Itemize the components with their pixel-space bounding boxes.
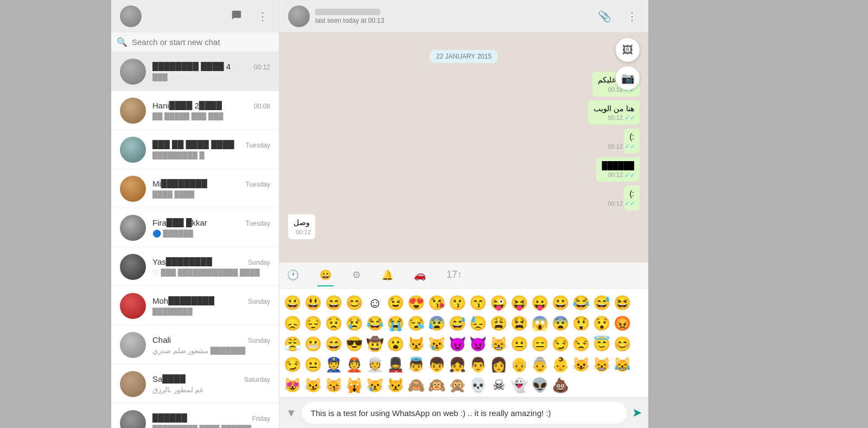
- emoji-button[interactable]: 😀: [551, 293, 570, 312]
- new-chat-button[interactable]: [229, 8, 244, 25]
- emoji-button[interactable]: 👩: [489, 355, 508, 374]
- emoji-button[interactable]: 😡: [612, 314, 632, 333]
- emoji-button[interactable]: 😅: [448, 314, 467, 333]
- emoji-button[interactable]: 😂: [571, 293, 591, 312]
- emoji-button[interactable]: 💂: [386, 355, 405, 374]
- emoji-button[interactable]: 🙈: [406, 375, 426, 395]
- emoji-button[interactable]: 😾: [406, 334, 426, 354]
- emoji-button[interactable]: 👻: [509, 375, 529, 395]
- message-input[interactable]: [302, 402, 627, 424]
- number-tab[interactable]: 17↑: [444, 265, 464, 286]
- emoji-button[interactable]: 😔: [303, 314, 323, 333]
- emoji-button[interactable]: 😹: [612, 355, 632, 374]
- emoji-button[interactable]: 😙: [468, 293, 488, 312]
- chat-list-item[interactable]: Fira███ █kkar Tuesday 🔵 ██████: [111, 208, 279, 247]
- emoji-button[interactable]: 🙉: [427, 375, 446, 395]
- emoji-button[interactable]: 👴: [509, 355, 529, 374]
- more-options-chat-button[interactable]: ⋮: [624, 8, 640, 25]
- emoji-button[interactable]: 😂: [365, 314, 385, 333]
- emoji-button[interactable]: 😈: [448, 334, 467, 354]
- emoji-button[interactable]: 😍: [406, 293, 426, 312]
- emoji-button[interactable]: 😪: [406, 314, 426, 333]
- chat-list-item[interactable]: Chali Sunday مشعور ضلم صدري ███████: [111, 325, 279, 365]
- emoji-button[interactable]: 😽: [324, 375, 343, 395]
- contact-avatar[interactable]: [288, 5, 310, 27]
- emoji-button[interactable]: 😤: [283, 334, 302, 354]
- recent-tab[interactable]: 🕐: [285, 265, 301, 286]
- emoji-button[interactable]: 😊: [344, 293, 364, 312]
- emoji-button[interactable]: 👳: [365, 355, 385, 374]
- chat-list-item[interactable]: ███ ██ ████ ████ Tuesday █████████ █: [111, 130, 279, 169]
- settings-tab[interactable]: ⚙: [350, 265, 363, 286]
- emoji-button[interactable]: 😐: [303, 355, 323, 374]
- chat-list-item[interactable]: Yas████████ Sunday ♡ ███ ████████████ ██…: [111, 247, 279, 286]
- emoji-button[interactable]: 😲: [571, 314, 591, 333]
- chat-list-item[interactable]: Moh████████ Sunday ████████: [111, 286, 279, 325]
- emoji-button[interactable]: 😬: [303, 334, 323, 354]
- emoji-button[interactable]: 😝: [509, 293, 529, 312]
- emoji-button[interactable]: 🙀: [344, 375, 364, 395]
- emoji-button[interactable]: 😩: [489, 314, 508, 333]
- send-button[interactable]: ➤: [632, 406, 642, 420]
- emoji-button[interactable]: 😸: [592, 355, 611, 374]
- emoji-button[interactable]: 😼: [303, 375, 323, 395]
- emoji-button[interactable]: 😏: [283, 355, 302, 374]
- emoji-button[interactable]: 😺: [571, 355, 591, 374]
- emoji-button[interactable]: 😸: [489, 334, 508, 354]
- emoji-button[interactable]: 😑: [530, 334, 550, 354]
- chat-list-item[interactable]: Hani████ 2████ 00:08 ██ █████ ███ ███: [111, 91, 279, 130]
- emoji-button[interactable]: 😀: [283, 293, 302, 312]
- chat-list-item[interactable]: ██████ Friday █████████ ████ ██████: [111, 404, 279, 428]
- emoji-button[interactable]: 😻: [283, 375, 302, 395]
- emoji-button[interactable]: 😜: [489, 293, 508, 312]
- chat-list-item[interactable]: ████████ ████ 4 00:12 ███: [111, 52, 279, 91]
- emoji-button[interactable]: 👿: [468, 334, 488, 354]
- emoji-button[interactable]: 😄: [324, 334, 343, 354]
- emoji-button[interactable]: 😇: [592, 334, 611, 354]
- expand-button[interactable]: ▼: [286, 407, 297, 419]
- chat-list-item[interactable]: Mi████████ Tuesday ████ ████: [111, 169, 279, 208]
- emoji-button[interactable]: 👦: [427, 355, 446, 374]
- emoji-button[interactable]: 😏: [551, 334, 570, 354]
- emoji-button[interactable]: 😭: [386, 314, 405, 333]
- attach-button[interactable]: 📎: [596, 8, 614, 25]
- emoji-button[interactable]: 😮: [386, 334, 405, 354]
- emoji-button[interactable]: 😆: [612, 293, 632, 312]
- emoji-button[interactable]: ☺️: [365, 293, 385, 312]
- emoji-button[interactable]: 👵: [530, 355, 550, 374]
- emoji-button[interactable]: 😫: [509, 314, 529, 333]
- emoji-button[interactable]: 😅: [592, 293, 611, 312]
- emoji-button[interactable]: 😗: [448, 293, 467, 312]
- emoji-button[interactable]: 😛: [530, 293, 550, 312]
- chat-list-item[interactable]: Sa████ Saturday عم لمطور بالرزق: [111, 365, 279, 404]
- camera-fab[interactable]: 📷: [616, 66, 640, 90]
- emoji-button[interactable]: 😐: [509, 334, 529, 354]
- emoji-button[interactable]: 🤠: [365, 334, 385, 354]
- emoji-button[interactable]: 😞: [283, 314, 302, 333]
- emoji-button[interactable]: 🙊: [448, 375, 467, 395]
- emoji-button[interactable]: 👧: [448, 355, 467, 374]
- emoji-button[interactable]: 👲: [344, 355, 364, 374]
- emoji-button[interactable]: 😨: [551, 314, 570, 333]
- emoji-button[interactable]: 👨: [468, 355, 488, 374]
- emoji-button[interactable]: 😎: [344, 334, 364, 354]
- more-options-button[interactable]: ⋮: [255, 8, 270, 25]
- emoji-button[interactable]: 👮: [324, 355, 343, 374]
- emoji-button[interactable]: 😢: [344, 314, 364, 333]
- emoji-button[interactable]: 👶: [551, 355, 570, 374]
- smiley-tab[interactable]: 😀: [317, 265, 334, 286]
- emoji-button[interactable]: 😄: [324, 293, 343, 312]
- emoji-button[interactable]: 😃: [303, 293, 323, 312]
- emoji-button[interactable]: 😱: [530, 314, 550, 333]
- emoji-button[interactable]: 😟: [324, 314, 343, 333]
- emoji-button[interactable]: 💀: [468, 375, 488, 395]
- emoji-button[interactable]: 😒: [571, 334, 591, 354]
- user-avatar[interactable]: [120, 5, 142, 27]
- emoji-button[interactable]: 😿: [365, 375, 385, 395]
- emoji-button[interactable]: 😿: [427, 334, 446, 354]
- gallery-fab[interactable]: 🖼: [616, 38, 640, 62]
- emoji-button[interactable]: 😘: [427, 293, 446, 312]
- emoji-button[interactable]: 😾: [386, 375, 405, 395]
- emoji-button[interactable]: 💩: [551, 375, 570, 395]
- emoji-button[interactable]: 😊: [612, 334, 632, 354]
